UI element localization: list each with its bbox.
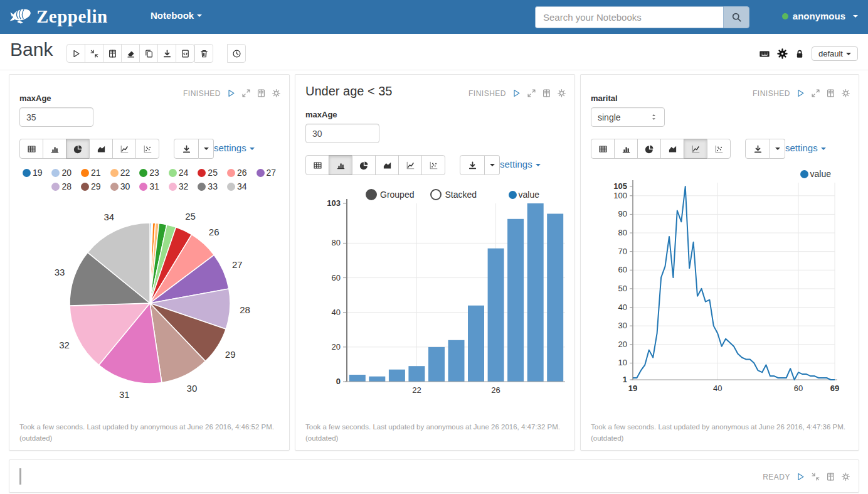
viz-bar-button[interactable] bbox=[329, 155, 352, 175]
legend-dot bbox=[81, 183, 89, 191]
download-caret-button[interactable] bbox=[199, 139, 214, 159]
settings-toggle[interactable]: settings bbox=[785, 142, 826, 153]
user-menu[interactable]: anonymous bbox=[782, 11, 858, 21]
brand[interactable]: Zeppelin bbox=[9, 4, 108, 28]
settings-label: settings bbox=[500, 159, 532, 169]
toggle-editor-button[interactable] bbox=[542, 89, 551, 98]
connection-status-dot bbox=[782, 13, 788, 19]
viz-line-button[interactable] bbox=[398, 155, 422, 175]
paragraph-marital-line: FINISHED marital single settings bbox=[580, 74, 859, 451]
viz-table-button[interactable] bbox=[591, 139, 615, 159]
viz-pie-button[interactable] bbox=[352, 155, 376, 175]
legend-item[interactable]: 28 bbox=[51, 180, 71, 193]
toggle-editor-button[interactable] bbox=[257, 89, 266, 98]
run-paragraph-button[interactable] bbox=[512, 89, 521, 98]
download-data-button[interactable] bbox=[745, 139, 770, 159]
version-control-button[interactable] bbox=[176, 44, 194, 63]
marital-select[interactable]: single bbox=[591, 107, 665, 127]
svg-text:22: 22 bbox=[412, 385, 421, 395]
legend-item[interactable]: 25 bbox=[198, 166, 218, 180]
legend-item[interactable]: 24 bbox=[169, 166, 189, 180]
legend-item[interactable]: 30 bbox=[110, 180, 130, 193]
viz-pie-button[interactable] bbox=[66, 139, 90, 159]
legend-item[interactable]: 33 bbox=[198, 180, 218, 193]
download-group bbox=[745, 139, 785, 159]
run-all-button[interactable] bbox=[66, 44, 85, 63]
legend-item[interactable]: 34 bbox=[227, 180, 247, 193]
toggle-output-button[interactable] bbox=[103, 44, 122, 63]
download-caret-button[interactable] bbox=[770, 139, 785, 159]
viz-area-button[interactable] bbox=[660, 139, 684, 159]
viz-area-button[interactable] bbox=[375, 155, 399, 175]
viz-scatter-button[interactable] bbox=[135, 139, 159, 159]
notebook-menu[interactable]: Notebook bbox=[151, 10, 202, 21]
caret-down-icon bbox=[821, 148, 826, 150]
svg-text:90: 90 bbox=[618, 209, 627, 218]
legend-item[interactable]: 26 bbox=[227, 166, 247, 180]
settings-toggle[interactable]: settings bbox=[500, 159, 541, 169]
scatter-chart-icon bbox=[143, 144, 152, 154]
viz-table-button[interactable] bbox=[19, 139, 43, 159]
viz-line-button[interactable] bbox=[684, 139, 707, 159]
clock-icon bbox=[232, 49, 241, 58]
shortcuts-button[interactable] bbox=[759, 48, 770, 60]
viz-area-button[interactable] bbox=[89, 139, 113, 159]
toggle-code-button[interactable] bbox=[85, 44, 103, 63]
delete-note-button[interactable] bbox=[194, 44, 213, 63]
svg-text:33: 33 bbox=[55, 267, 65, 277]
legend-item[interactable]: 19 bbox=[23, 166, 43, 180]
viz-bar-button[interactable] bbox=[614, 139, 638, 159]
paragraph-status-bar: FINISHED bbox=[468, 89, 566, 98]
download-data-button[interactable] bbox=[460, 155, 485, 175]
interpreter-selector[interactable]: default bbox=[812, 46, 858, 61]
paragraph-settings-button[interactable] bbox=[272, 89, 281, 98]
legend-label: 32 bbox=[179, 180, 189, 193]
maxage-input[interactable] bbox=[19, 107, 93, 127]
collapse-paragraph-button[interactable] bbox=[811, 472, 820, 481]
viz-bar-button[interactable] bbox=[43, 139, 66, 159]
viz-table-button[interactable] bbox=[305, 155, 329, 175]
expand-paragraph-button[interactable] bbox=[811, 89, 820, 98]
viz-scatter-button[interactable] bbox=[707, 139, 731, 159]
run-paragraph-button[interactable] bbox=[796, 472, 805, 481]
clone-note-button[interactable] bbox=[139, 44, 158, 63]
search-button[interactable] bbox=[723, 6, 749, 28]
clear-output-button[interactable] bbox=[121, 44, 140, 63]
status-label: FINISHED bbox=[183, 89, 221, 98]
paragraph-settings-button[interactable] bbox=[557, 89, 566, 98]
permissions-button[interactable] bbox=[795, 49, 805, 59]
paragraph-empty[interactable]: READY bbox=[9, 459, 859, 493]
legend-item[interactable]: 20 bbox=[51, 166, 71, 180]
legend-item[interactable]: 29 bbox=[81, 180, 101, 193]
viz-scatter-button[interactable] bbox=[421, 155, 445, 175]
run-paragraph-button[interactable] bbox=[796, 89, 805, 98]
toggle-editor-button[interactable] bbox=[826, 89, 835, 98]
expand-paragraph-button[interactable] bbox=[527, 89, 536, 98]
schedule-button[interactable] bbox=[227, 44, 246, 63]
legend-item[interactable]: 23 bbox=[139, 166, 159, 180]
interpreter-binding-button[interactable] bbox=[777, 48, 788, 59]
download-caret-button[interactable] bbox=[485, 155, 500, 175]
legend-item[interactable]: 31 bbox=[139, 180, 159, 193]
note-title[interactable]: Bank bbox=[10, 39, 53, 60]
toggle-editor-button[interactable] bbox=[826, 472, 835, 481]
note-toolbar: Bank default bbox=[0, 34, 868, 70]
legend-dot bbox=[139, 169, 147, 177]
expand-paragraph-button[interactable] bbox=[241, 89, 251, 98]
search-input[interactable] bbox=[535, 6, 723, 28]
viz-line-button[interactable] bbox=[112, 139, 136, 159]
paragraph-settings-button[interactable] bbox=[841, 472, 850, 481]
legend-item[interactable]: 32 bbox=[169, 180, 189, 193]
caret-down-icon bbox=[204, 148, 209, 150]
download-data-button[interactable] bbox=[174, 139, 199, 159]
run-paragraph-button[interactable] bbox=[226, 89, 236, 98]
maxage-input[interactable] bbox=[305, 124, 379, 143]
legend-item[interactable]: 27 bbox=[257, 166, 277, 180]
viz-pie-button[interactable] bbox=[637, 139, 661, 159]
legend-item[interactable]: 22 bbox=[110, 166, 130, 180]
paragraph-settings-button[interactable] bbox=[841, 89, 850, 98]
delete-group bbox=[194, 44, 213, 63]
export-note-button[interactable] bbox=[157, 44, 176, 63]
settings-toggle[interactable]: settings bbox=[214, 142, 255, 153]
legend-item[interactable]: 21 bbox=[81, 166, 101, 180]
